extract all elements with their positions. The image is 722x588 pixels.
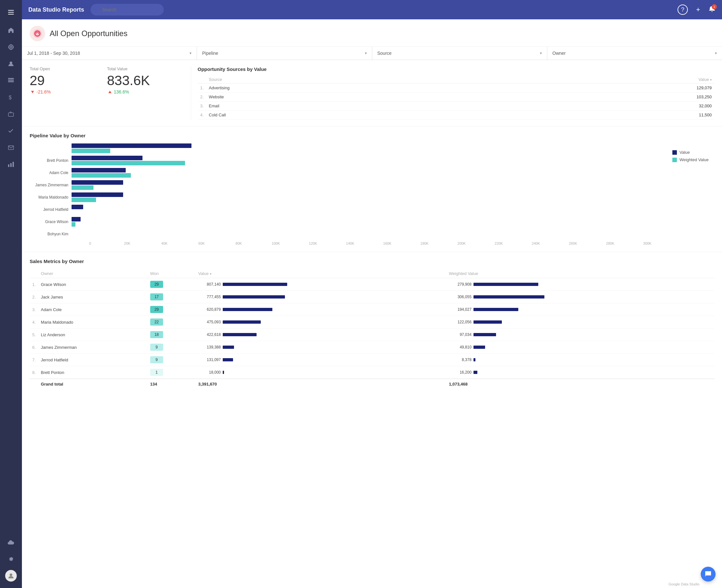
- value-mini-bar: [223, 333, 257, 336]
- sidebar-item-cloud[interactable]: [4, 536, 17, 549]
- sidebar-item-tasks[interactable]: [4, 124, 17, 137]
- total-value-label: Total Value: [107, 66, 171, 71]
- metrics-wv-col: Weighted Value: [446, 269, 714, 278]
- metrics-value-cell: 131,097: [196, 354, 446, 366]
- won-badge: 17: [150, 293, 163, 300]
- sidebar-item-briefcase[interactable]: [4, 108, 17, 121]
- help-button[interactable]: ?: [678, 4, 688, 15]
- notification-badge: 1: [712, 4, 717, 9]
- pipeline-chart-title: Pipeline Value by Owner: [30, 133, 714, 138]
- value-bar: [71, 144, 191, 148]
- source-filter-arrow: ▾: [540, 51, 542, 56]
- value-bar-cell: 777,455: [198, 295, 444, 299]
- sidebar: $: [0, 0, 22, 588]
- wv-bar-cell: 194,027: [449, 307, 712, 312]
- chart-legend: Value Weighted Value: [672, 144, 714, 245]
- chat-button[interactable]: [701, 567, 716, 582]
- svg-text:$: $: [9, 95, 12, 100]
- notifications-button[interactable]: 1: [708, 5, 716, 14]
- value-bar-cell: 131,097: [198, 357, 444, 362]
- svg-rect-17: [10, 163, 12, 167]
- value-bar: [71, 168, 126, 172]
- wv-num: 279,908: [449, 282, 471, 287]
- page-header: All Open Opportunities: [22, 19, 722, 47]
- sidebar-item-contacts[interactable]: [4, 57, 17, 70]
- svg-point-3: [9, 45, 13, 49]
- won-bar-wrap: 22: [150, 318, 193, 326]
- opportunity-sources-panel: Opportunity Sources by Value Source Valu…: [191, 66, 714, 120]
- metrics-wv-cell: 97,034: [446, 329, 714, 341]
- svg-rect-18: [13, 162, 14, 167]
- bar-group: [71, 205, 666, 214]
- user-avatar[interactable]: [5, 570, 17, 582]
- x-tick: 0: [71, 241, 109, 245]
- sidebar-item-menu[interactable]: [4, 6, 17, 19]
- grand-total-wv: 1,073,468: [446, 379, 714, 389]
- x-tick: 40K: [146, 241, 183, 245]
- sidebar-item-target[interactable]: [4, 41, 17, 54]
- total-open-label: Total Open: [30, 66, 94, 71]
- metrics-won-cell: 17: [148, 291, 196, 303]
- wv-num: 16,200: [449, 370, 471, 375]
- metrics-won-cell: 9: [148, 354, 196, 366]
- x-tick: 20K: [109, 241, 146, 245]
- wv-bar-cell: 97,034: [449, 332, 712, 337]
- date-filter[interactable]: Jul 1, 2018 - Sep 30, 2018 ▾: [22, 47, 197, 60]
- x-tick: 260K: [554, 241, 592, 245]
- source-rank: 1.: [197, 84, 206, 92]
- bar-group: [71, 229, 666, 239]
- x-tick: 120K: [295, 241, 332, 245]
- wv-num: 122,056: [449, 320, 471, 324]
- bar-group: [71, 144, 666, 153]
- metrics-won-cell: 1: [148, 366, 196, 379]
- owner-filter[interactable]: Owner ▾: [547, 47, 722, 60]
- value-mini-bar: [223, 358, 233, 361]
- pipeline-filter[interactable]: Pipeline ▾: [197, 47, 372, 60]
- svg-rect-14: [8, 113, 14, 117]
- value-bar-cell: 18,000: [198, 370, 444, 375]
- sidebar-item-reports[interactable]: [4, 158, 17, 171]
- sidebar-item-email[interactable]: [4, 141, 17, 154]
- metrics-owner-name: Maria Maldonado: [38, 316, 148, 329]
- sidebar-item-table[interactable]: [4, 74, 17, 87]
- metrics-table-row: 5. Liz Anderson 18 422,618 97,034: [30, 329, 714, 341]
- page-title: All Open Opportunities: [50, 29, 127, 38]
- sidebar-item-home[interactable]: [4, 24, 17, 37]
- metrics-won-cell: 22: [148, 316, 196, 329]
- page-logo: [30, 26, 45, 41]
- total-value-change: 🔺 136.6%: [107, 89, 171, 94]
- won-badge: 9: [150, 356, 163, 363]
- x-tick: 240K: [517, 241, 554, 245]
- metrics-wv-cell: 279,908: [446, 278, 714, 291]
- metrics-owner-name: Adam Cole: [38, 303, 148, 316]
- metrics-wv-cell: 16,200: [446, 366, 714, 379]
- value-bar-cell: 475,093: [198, 320, 444, 324]
- source-value: 103,250: [491, 92, 714, 102]
- add-button[interactable]: +: [693, 4, 703, 15]
- wv-bar-cell: 279,908: [449, 282, 712, 287]
- search-input[interactable]: [90, 4, 164, 16]
- won-bar-wrap: 29: [150, 281, 193, 288]
- weighted-bar: [71, 222, 76, 227]
- bar-group: [71, 180, 666, 190]
- sidebar-item-settings[interactable]: [4, 552, 17, 565]
- source-table-row: 4. Cold Call 11,500: [197, 110, 714, 120]
- wv-num: 97,034: [449, 332, 471, 337]
- value-mini-bar: [223, 295, 285, 298]
- owner-filter-arrow: ▾: [715, 51, 717, 56]
- total-value-stat: Total Value 833.6K 🔺 136.6%: [107, 66, 171, 120]
- source-filter[interactable]: Source ▾: [372, 47, 547, 60]
- x-tick: 140K: [332, 241, 369, 245]
- value-num: 777,455: [198, 295, 221, 299]
- value-bar: [71, 205, 83, 209]
- grand-total-label: Grand total: [38, 379, 148, 389]
- app-header: Data Studio Reports 🔍 ? + 1: [22, 0, 722, 19]
- value-mini-bar: [223, 371, 224, 374]
- source-rank: 4.: [197, 110, 206, 120]
- sidebar-item-finance[interactable]: $: [4, 91, 17, 104]
- metrics-value-col[interactable]: Value ▾: [196, 269, 446, 278]
- legend-label: Value: [679, 150, 690, 155]
- value-num: 131,097: [198, 357, 221, 362]
- wv-mini-bar: [473, 371, 477, 374]
- metrics-wv-cell: 49,810: [446, 341, 714, 354]
